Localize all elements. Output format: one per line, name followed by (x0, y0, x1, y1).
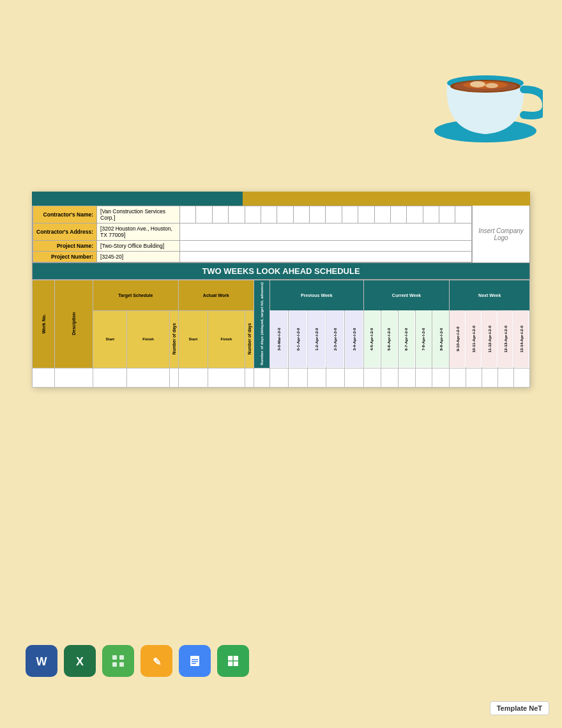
empty-cell (439, 206, 455, 224)
next-day-5-cell (513, 368, 529, 387)
start-cell (93, 368, 127, 387)
svg-rect-20 (192, 659, 198, 660)
next-day-4-cell (497, 368, 513, 387)
prev-day-1: 3-0-Mar-l-2-0 (270, 310, 288, 368)
project-number-label: Project Number: (33, 252, 97, 262)
info-table: Contractor's Name: [Van Construction Ser… (33, 206, 472, 262)
cur-day-4: 7-8-Apr-l-2-0 (415, 310, 432, 368)
empty-cell (277, 206, 293, 224)
cur-day-3: 6-7-Apr-l-2-0 (398, 310, 415, 368)
info-row-project-name: Project Name: [Two-Story Office Building… (33, 241, 472, 252)
next-day-3-cell (482, 368, 497, 387)
cur-day-1-cell (363, 368, 381, 387)
next-day-3: 11-12-Apr-l-2-0 (482, 310, 497, 368)
empty-cell (407, 206, 423, 224)
empty-cell (455, 206, 472, 224)
svg-point-6 (485, 83, 498, 88)
prev-day-1-cell (270, 368, 288, 387)
actual-num-days-cell (245, 368, 254, 387)
info-row-contractor-name: Contractor's Name: [Van Construction Ser… (33, 206, 472, 224)
company-logo-placeholder: Insert Company Logo (472, 206, 529, 262)
empty-cell (245, 206, 261, 224)
info-row-contractor-address: Contractor's Address: [3202 Houston Ave.… (33, 224, 472, 241)
num-days-delayed-cell (254, 368, 270, 387)
header-gold-bar (243, 192, 530, 206)
docs-icon[interactable] (179, 645, 211, 677)
next-week-header: Next Week (450, 280, 530, 311)
num-days-ts-header: Number of days (169, 310, 178, 368)
schedule-title: TWO WEEKS LOOK AHEAD SCHEDULE (32, 263, 530, 280)
prev-day-4-cell (326, 368, 344, 387)
prev-day-5: 3-4-Apr-l-2-0 (345, 310, 363, 368)
pages-icon[interactable]: ✎ (140, 645, 172, 677)
next-day-2-cell (466, 368, 482, 387)
svg-rect-21 (192, 661, 198, 662)
empty-cell (423, 206, 439, 224)
template-net-badge: Template NeT (490, 701, 549, 715)
svg-rect-13 (119, 655, 124, 660)
sub-header-row: Start Finish Number of days Start Finish… (33, 310, 530, 368)
table-row (33, 368, 530, 387)
actual-start-header: Start (178, 310, 208, 368)
schedule-table: Work No. Desciption Target Schedule Actu… (32, 280, 530, 388)
contractor-address-label: Contractor's Address: (33, 224, 97, 241)
svg-text:✎: ✎ (153, 656, 161, 667)
numbers-icon[interactable] (102, 645, 134, 677)
actual-finish-cell (208, 368, 245, 387)
prev-day-2: 0-1-Apr-l-2-0 (289, 310, 307, 368)
work-no-header: Work No. (33, 280, 55, 368)
prev-day-2-cell (289, 368, 307, 387)
main-document: Contractor's Name: [Van Construction Ser… (32, 192, 530, 388)
cur-day-4-cell (415, 368, 432, 387)
excel-icon[interactable]: X (64, 645, 96, 677)
cur-day-5: 8-9-Apr-l-2-0 (432, 310, 450, 368)
target-schedule-header: Target Schedule (93, 280, 179, 311)
empty-cell (326, 206, 342, 224)
prev-day-4: 2-3-Apr-l-2-0 (326, 310, 344, 368)
empty-cell (196, 206, 212, 224)
empty-cell (390, 206, 406, 224)
actual-start-cell (178, 368, 208, 387)
empty-cell (212, 206, 228, 224)
empty-cell (310, 206, 326, 224)
svg-rect-14 (112, 662, 117, 667)
prev-week-header: Previous Week (270, 280, 363, 311)
contractor-name-label: Contractor's Name: (33, 206, 97, 224)
empty-cell (229, 206, 245, 224)
next-day-1-cell (450, 368, 466, 387)
num-days-aw-header: Number of days (245, 310, 254, 368)
next-day-1: 9-10-Apr-l-2-0 (450, 310, 466, 368)
info-row-project-number: Project Number: [3245-20] (33, 252, 472, 262)
svg-rect-15 (119, 662, 124, 667)
start-header: Start (93, 310, 127, 368)
prev-day-3-cell (307, 368, 326, 387)
num-days-cell (169, 368, 178, 387)
prev-day-5-cell (345, 368, 363, 387)
svg-text:X: X (76, 655, 84, 668)
contractor-address-value: [3202 Houston Ave., Houston, TX 77009] (97, 224, 180, 241)
cur-day-3-cell (398, 368, 415, 387)
word-icon[interactable]: W (26, 645, 57, 677)
svg-point-4 (463, 81, 508, 89)
info-main: Contractor's Name: [Van Construction Ser… (33, 206, 472, 262)
cur-day-2: 5-6-Apr-l-2-0 (381, 310, 398, 368)
svg-rect-12 (112, 655, 117, 660)
cur-week-header: Current Week (363, 280, 450, 311)
actual-finish-header: Finish (208, 310, 245, 368)
empty-cell (293, 206, 309, 224)
sheets-icon[interactable] (217, 645, 249, 677)
empty-cells (180, 252, 472, 262)
svg-rect-11 (109, 652, 127, 670)
app-icons-row: W X ✎ (26, 645, 249, 677)
svg-rect-22 (192, 663, 196, 664)
prev-day-3: 1-2-Apr-l-2-0 (307, 310, 326, 368)
actual-work-header: Actual Work (178, 280, 254, 311)
svg-point-5 (470, 81, 485, 87)
project-name-label: Project Name: (33, 241, 97, 252)
empty-cells (180, 224, 472, 241)
finish-header: Finish (127, 310, 169, 368)
group-header-row: Work No. Desciption Target Schedule Actu… (33, 280, 530, 311)
desc-cell (55, 368, 93, 387)
empty-cells (180, 241, 472, 252)
cur-day-2-cell (381, 368, 398, 387)
